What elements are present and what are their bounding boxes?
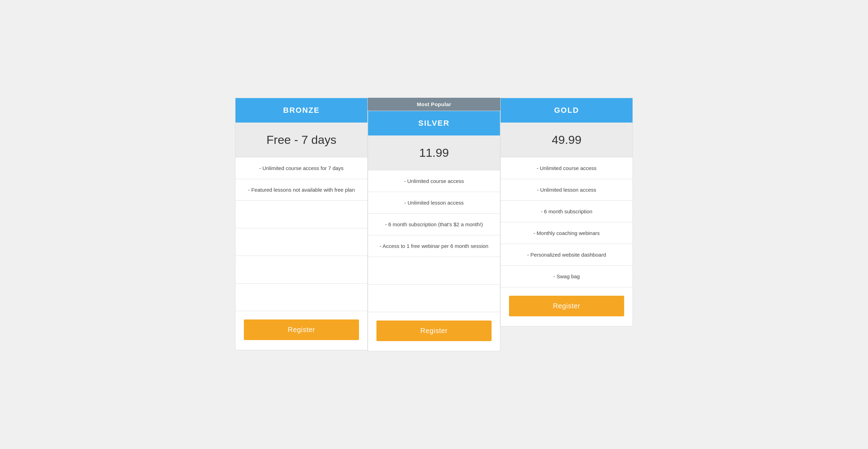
bronze-spacer-1 <box>235 200 367 228</box>
bronze-features-list: - Unlimited course access for 7 days - F… <box>235 157 367 311</box>
bronze-feature-1: - Unlimited course access for 7 days <box>235 157 367 179</box>
gold-plan-card: GOLD 49.99 - Unlimited course access - U… <box>500 98 633 326</box>
silver-plan-name: SILVER <box>418 119 450 127</box>
silver-plan-price: 11.99 <box>368 135 500 170</box>
bronze-plan-wrapper: BRONZE Free - 7 days - Unlimited course … <box>235 98 368 350</box>
gold-plan-name: GOLD <box>554 106 579 115</box>
silver-spacer-1 <box>368 257 500 284</box>
pricing-container: BRONZE Free - 7 days - Unlimited course … <box>225 98 643 351</box>
gold-feature-4: - Monthly coaching webinars <box>501 222 633 244</box>
gold-plan-header: GOLD <box>501 98 633 123</box>
silver-spacer-2 <box>368 284 500 312</box>
bronze-feature-2: - Featured lessons not available with fr… <box>235 179 367 200</box>
gold-plan-footer: Register <box>501 287 633 326</box>
silver-price-value: 11.99 <box>419 146 449 159</box>
gold-feature-5: - Personalized website dashboard <box>501 244 633 265</box>
gold-feature-6: - Swag bag <box>501 265 633 287</box>
bronze-price-value: Free - 7 days <box>267 133 336 146</box>
gold-plan-wrapper: GOLD 49.99 - Unlimited course access - U… <box>500 98 633 326</box>
bronze-spacer-2 <box>235 228 367 256</box>
gold-features-list: - Unlimited course access - Unlimited le… <box>501 157 633 287</box>
most-popular-badge: Most Popular <box>368 98 500 111</box>
silver-features-list: - Unlimited course access - Unlimited le… <box>368 170 500 312</box>
silver-register-button[interactable]: Register <box>376 321 492 341</box>
bronze-spacer-4 <box>235 283 367 311</box>
bronze-plan-card: BRONZE Free - 7 days - Unlimited course … <box>235 98 368 350</box>
bronze-plan-name: BRONZE <box>283 106 320 115</box>
gold-register-button[interactable]: Register <box>509 296 624 316</box>
gold-feature-2: - Unlimited lesson access <box>501 179 633 200</box>
silver-feature-1: - Unlimited course access <box>368 170 500 192</box>
gold-feature-3: - 6 month subscription <box>501 200 633 222</box>
silver-plan-footer: Register <box>368 312 500 351</box>
bronze-register-button[interactable]: Register <box>244 319 359 340</box>
bronze-plan-footer: Register <box>235 311 367 350</box>
bronze-plan-price: Free - 7 days <box>235 123 367 157</box>
bronze-plan-header: BRONZE <box>235 98 367 123</box>
gold-price-value: 49.99 <box>552 133 581 146</box>
silver-plan-card: SILVER 11.99 - Unlimited course access -… <box>368 111 500 351</box>
gold-plan-price: 49.99 <box>501 123 633 157</box>
silver-plan-wrapper: Most Popular SILVER 11.99 - Unlimited co… <box>368 98 500 351</box>
silver-feature-4: - Access to 1 free webinar per 6 month s… <box>368 235 500 257</box>
bronze-spacer-3 <box>235 256 367 283</box>
silver-feature-2: - Unlimited lesson access <box>368 192 500 213</box>
silver-feature-3: - 6 month subscription (that's $2 a mont… <box>368 213 500 235</box>
gold-feature-1: - Unlimited course access <box>501 157 633 179</box>
silver-plan-header: SILVER <box>368 111 500 135</box>
